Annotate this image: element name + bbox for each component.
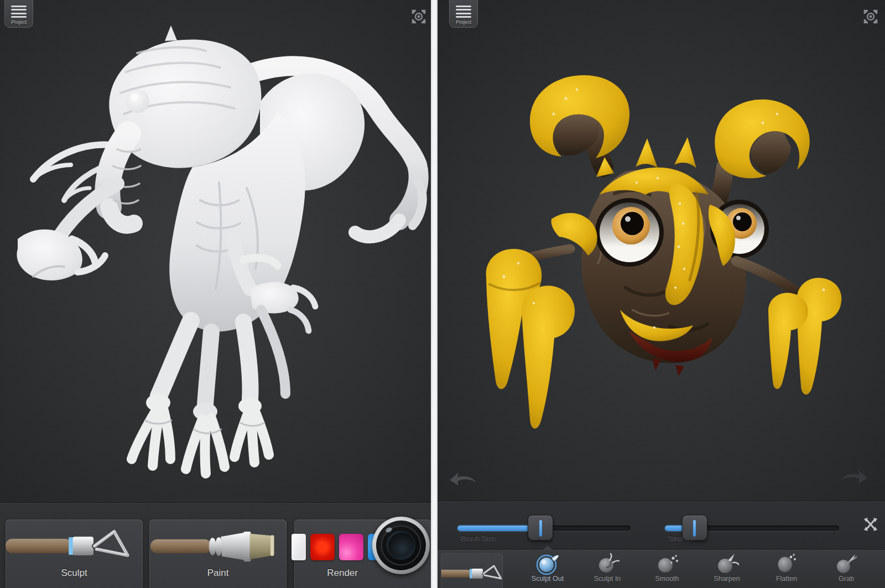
sharpen-sphere-icon [715,551,739,576]
grab-sphere-icon [834,551,858,576]
red-material-swatch[interactable] [310,534,335,560]
tool-label: Smooth [638,575,696,582]
project-button-label: Project [11,19,27,27]
focus-frame-button[interactable] [410,8,428,25]
smooth-sphere-icon [655,551,679,576]
hamburger-menu-icon [456,6,471,18]
focus-frame-icon [410,8,428,25]
brush-size-thumb[interactable] [528,515,553,540]
focus-frame-icon [862,8,879,25]
sculpt-view-panel: Project Sculpt Paint Render [0,0,431,588]
camera-lens-icon [372,517,430,574]
project-button-label: Project [456,19,471,27]
project-button[interactable]: Project [449,0,478,28]
magenta-material-swatch[interactable] [339,534,363,560]
tool-smooth[interactable]: Smooth [638,550,696,588]
collapse-panel-button[interactable] [863,517,878,533]
paint-view-panel: Project Brush Size [438,0,885,588]
tab-paint[interactable]: Paint [149,519,287,588]
tool-label: Sharpen [698,575,756,582]
hamburger-menu-icon [11,6,27,18]
sculpt-out-sphere-icon [535,551,560,576]
tab-sculpt-label: Sculpt [6,568,142,579]
mode-tabbar: Sculpt Paint Render [0,502,431,588]
tab-sculpt[interactable]: Sculpt [6,519,143,588]
undo-arrow-icon [447,469,478,488]
tool-label: Flatten [758,575,815,582]
tool-label: Sculpt In [579,575,636,582]
current-tool-card[interactable] [441,553,503,588]
sculpt-loop-tool-icon [1,523,139,571]
undo-button[interactable] [447,469,478,488]
tool-label: Grab [818,575,875,582]
sculpt-loop-tool-icon [441,561,503,587]
tool-label: Sculpt Out [519,575,576,582]
sculpt-tools-strip: Sculpt Out Sculpt In Smooth [438,549,885,588]
tool-grab[interactable]: Grab [818,550,875,588]
tool-flatten[interactable]: Flatten [758,550,815,588]
flatten-sphere-icon [774,551,799,576]
brush-settings-strip: Brush Size Strength [438,501,885,549]
tab-render[interactable]: Render [294,519,431,588]
sculpt-in-sphere-icon [595,551,620,576]
sculpting-app: Project Sculpt Paint Render [0,0,885,588]
sculpt-viewport-right[interactable] [438,0,885,588]
redo-arrow-icon [839,467,870,486]
tool-sculpt-in[interactable]: Sculpt In [579,550,636,588]
strength-thumb[interactable] [682,515,707,540]
brush-size-label: Brush Size [461,534,496,543]
project-button[interactable]: Project [4,0,33,28]
strength-slider[interactable]: Strength [665,525,839,531]
tool-sharpen[interactable]: Sharpen [698,550,756,588]
white-material-swatch[interactable] [291,534,306,560]
tab-paint-label: Paint [150,568,286,579]
paintbrush-tool-icon [145,523,284,571]
sculpt-viewport-left[interactable] [0,0,431,588]
brush-size-slider[interactable]: Brush Size [457,525,631,531]
collapse-arrows-icon [863,517,878,532]
redo-button[interactable] [839,467,870,486]
gray-clay-creature-model [0,0,431,502]
painted-crab-creature-model [438,0,885,501]
selected-tool-caret [543,545,553,550]
tool-sculpt-out[interactable]: Sculpt Out [519,550,576,588]
screenshot-divider [431,0,438,588]
tab-render-label: Render [295,568,390,579]
focus-frame-button[interactable] [862,8,879,25]
